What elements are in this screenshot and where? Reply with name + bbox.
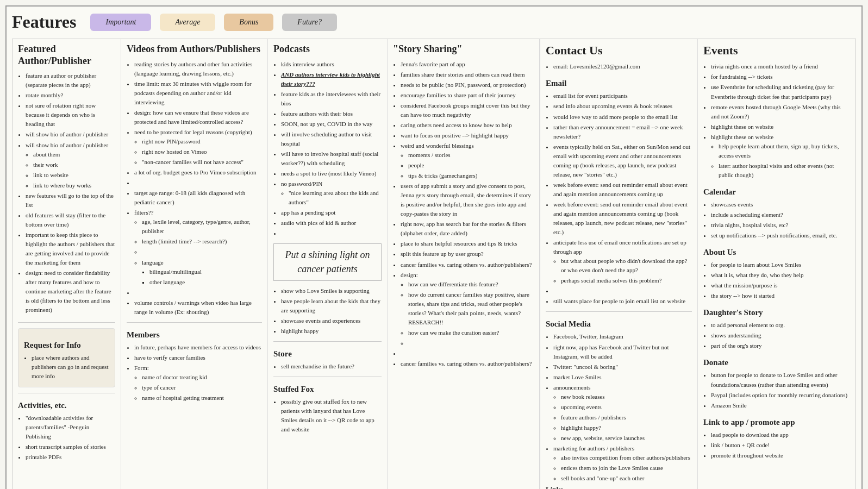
- activities-list: "downloadable activities for parents/fam…: [18, 413, 115, 462]
- list-item: target age range: 0-18 (all kids diagnos…: [134, 189, 262, 207]
- list-item: week before event: send out reminder ema…: [553, 200, 692, 237]
- featured-author-list: feature an author or publisher (separate…: [18, 71, 115, 315]
- list-item: new app, website, service launches: [561, 434, 692, 443]
- list-item: split this feature up by user group?: [401, 249, 534, 259]
- list-item: new book releases: [561, 392, 692, 402]
- list-item: printable PDFs: [26, 453, 115, 462]
- list-item: users of app submit a story and give con…: [401, 181, 534, 218]
- list-item: highlight these on website: [711, 122, 850, 131]
- list-item: week before event: send out reminder ema…: [553, 180, 692, 199]
- list-item: remote events hosted through Google Meet…: [711, 103, 850, 121]
- list-item: the story --> how it started: [711, 291, 850, 300]
- list-item: new features will go to the top of the l…: [26, 191, 115, 210]
- list-item: trivia nights once a month hosted by a f…: [711, 62, 850, 71]
- videos-header: Videos from Authors/Publishers: [127, 43, 262, 55]
- page-container: Features Important Average Bonus Future?…: [5, 5, 863, 489]
- list-item: upcoming events: [561, 403, 692, 412]
- links-header: Links: [546, 485, 692, 489]
- badge-important: Important: [90, 14, 151, 31]
- donate-header: Donate: [703, 358, 850, 367]
- list-item: also invites competition from other auth…: [561, 453, 692, 462]
- list-item: right now, app has Facebook and Twitter …: [553, 343, 692, 361]
- list-item: need to be protected for legal reasons (…: [134, 128, 262, 167]
- list-item: Form: name of doctor treating kid type o…: [134, 363, 262, 403]
- members-list: in future, perhaps have members for acce…: [127, 343, 262, 403]
- list-item: cancer families vs. caring others vs. au…: [401, 359, 534, 368]
- divider: [18, 322, 115, 323]
- store-list: sell merchandise in the future?: [273, 362, 382, 371]
- list-item: shows understanding: [711, 331, 850, 340]
- list-item: link to where buy works: [33, 181, 115, 190]
- list-item: Twitter: "uncool & boring": [553, 362, 692, 372]
- podcasts-header: Podcasts: [273, 43, 382, 55]
- list-item: button for people to donate to Love Smil…: [711, 371, 850, 389]
- col-story-sharing: "Story Sharing" Jenna's favorite part of…: [388, 39, 540, 489]
- list-item: highlight happy: [281, 327, 382, 336]
- list-item: possibly give out stuffed fox to new pat…: [281, 397, 382, 434]
- list-item: link to website: [33, 171, 115, 180]
- featured-author-section: feature an author or publisher (separate…: [18, 71, 115, 315]
- list-item: lead people to download the app: [711, 430, 850, 440]
- list-item: include a scheduling element?: [711, 210, 850, 220]
- list-item: will involve scheduling author to visit …: [281, 130, 382, 148]
- list-item: a lot of org. budget goes to Pro Vimeo s…: [134, 168, 262, 177]
- list-item: for people to learn about Love Smiles: [711, 260, 850, 269]
- calendar-header: Calendar: [703, 187, 850, 197]
- list-item: "downloadable activities for parents/fam…: [26, 413, 115, 441]
- list-item: showcases events: [711, 200, 850, 209]
- highlight-text: Put a shining light on cancer patients: [273, 243, 382, 280]
- list-item: time limit: max 30 minutes with wiggle r…: [134, 79, 262, 107]
- divider: [273, 377, 382, 377]
- list-item: name of hospital getting treatment: [142, 393, 262, 403]
- list-item: in future, perhaps have members for acce…: [134, 343, 262, 352]
- list-item: length (limited time? --> research?): [142, 237, 262, 246]
- list-item: Amazon Smile: [711, 401, 850, 410]
- list-item: link / button + QR code!: [711, 441, 850, 450]
- divider: [273, 341, 382, 342]
- list-item: how can we differentiate this feature?: [408, 280, 534, 289]
- about-list: for people to learn about Love Smiles wh…: [703, 260, 850, 300]
- list-item: feature an author or publisher (separate…: [26, 71, 115, 90]
- calendar-list: showcases events include a scheduling el…: [703, 200, 850, 240]
- list-item: design: how can we ensure that these vid…: [134, 108, 262, 127]
- col-featured-author: Featured Author/Publisher feature an aut…: [13, 39, 121, 489]
- list-item: reading stories by authors and other fun…: [134, 60, 262, 78]
- videos-list: reading stories by authors and other fun…: [127, 60, 262, 317]
- store-header: Store: [273, 349, 382, 359]
- list-item: place to share helpful resources and tip…: [401, 239, 534, 248]
- list-item: [281, 229, 382, 238]
- badge-future: Future?: [282, 14, 337, 31]
- list-item: would love way to add more people to the…: [553, 112, 692, 122]
- badge-average: Average: [160, 14, 215, 31]
- daughters-list: to add personal element to org. shows un…: [703, 321, 850, 350]
- donate-list: button for people to donate to Love Smil…: [703, 371, 850, 410]
- list-item: sell merchandise in the future?: [281, 362, 382, 371]
- list-item: "non-cancer families will not have acces…: [142, 158, 262, 167]
- list-item: AND authors interview kids to highlight …: [281, 70, 382, 89]
- list-item: email: Lovesmiles2120@gmail.com: [553, 62, 692, 71]
- list-item: encourage families to share part of thei…: [401, 91, 534, 100]
- col-videos: Videos from Authors/Publishers reading s…: [121, 39, 268, 489]
- list-item: feature kids as the interviewees with th…: [281, 90, 382, 108]
- list-item: not sure of rotation right now because i…: [26, 101, 115, 129]
- featured-author-header: Featured Author/Publisher: [18, 43, 115, 67]
- col-contact: Contact Us email: Lovesmiles2120@gmail.c…: [540, 39, 698, 489]
- list-item: cancer families vs. caring others vs. au…: [401, 260, 534, 269]
- list-item: will show bio of author / publisher abou…: [26, 141, 115, 190]
- story-sharing-header: "Story Sharing": [393, 43, 534, 55]
- list-item: tips & tricks (gamechangers): [408, 171, 534, 180]
- contact-header: Contact Us: [546, 43, 692, 58]
- contact-list: email: Lovesmiles2120@gmail.com: [546, 62, 692, 71]
- podcasts-list: kids interview authors AND authors inter…: [273, 60, 382, 239]
- list-item: events typically held on Sat., either on…: [553, 142, 692, 179]
- list-item: design: need to consider findability aft…: [26, 268, 115, 315]
- link-to-app-header: Link to app / promote app: [703, 418, 850, 427]
- list-item: Paypal (includes option for monthly recu…: [711, 391, 850, 400]
- social-media-header: Social Media: [546, 319, 692, 329]
- list-item: other language: [149, 278, 262, 287]
- story-sharing-list: Jenna's favorite part of app families sh…: [393, 60, 534, 368]
- list-item: showcase events and experiences: [281, 316, 382, 325]
- list-item: use Eventbrite for scheduling and ticket…: [711, 83, 850, 101]
- list-item: kids interview authors: [281, 60, 382, 69]
- request-list: place where authors and publishers can g…: [24, 353, 109, 381]
